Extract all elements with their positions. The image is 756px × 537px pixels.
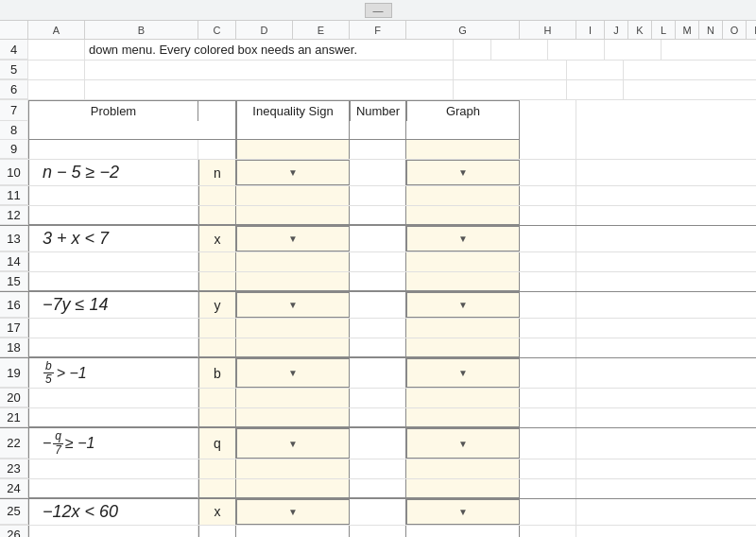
cell-def20 [236, 389, 350, 407]
header-problem: Problem [28, 100, 198, 121]
row-num-17: 17 [0, 319, 28, 338]
cell-f18 [350, 338, 406, 357]
row-13: 13 3 + x < 7 x ▼ ▼ [0, 226, 756, 252]
cell-f16 [350, 292, 406, 318]
row-num-13: 13 [0, 226, 28, 251]
row-num-5: 5 [0, 61, 28, 79]
cell-c23 [198, 459, 236, 478]
row-17: 17 [0, 319, 756, 338]
cell-b26 [28, 526, 198, 537]
cell-h9 [520, 140, 576, 159]
header-inequality: Inequality Sign [236, 100, 350, 121]
grid-body: 4 down menu. Every colored box needs an … [0, 40, 756, 537]
row-num-22: 22 [0, 428, 28, 458]
cell-f21 [350, 408, 406, 427]
cell-f24 [350, 479, 406, 498]
row-num-9: 9 [0, 140, 28, 159]
dropdown-arrow-ineq-2: ▼ [288, 234, 298, 244]
dropdown-ineq-6[interactable]: ▼ [236, 499, 350, 525]
dropdown-ineq-4[interactable]: ▼ [236, 358, 350, 388]
cell-b4: down menu. Every colored box needs an an… [85, 40, 454, 60]
cell-c21 [198, 408, 236, 427]
var-1: n [198, 160, 236, 185]
cell-b17 [28, 319, 198, 338]
cell-b9 [28, 140, 198, 159]
row-num-23: 23 [0, 459, 28, 478]
row-num-12: 12 [0, 206, 28, 225]
dropdown-ineq-2[interactable]: ▼ [236, 226, 350, 251]
col-header-m: M [676, 21, 699, 39]
dropdown-graph-1[interactable]: ▼ [406, 160, 520, 185]
dropdown-graph-6[interactable]: ▼ [406, 499, 520, 525]
row-15: 15 [0, 272, 756, 292]
dropdown-ineq-5[interactable]: ▼ [236, 428, 350, 458]
col-header-c: C [198, 21, 236, 39]
cell-f22 [350, 428, 406, 458]
cell-h26 [520, 526, 576, 537]
row-22: 22 − q 7 ≥ −1 q ▼ ▼ [0, 428, 756, 459]
var-6: x [198, 499, 236, 525]
cell-h19 [520, 358, 576, 388]
row-8: 8 [0, 121, 756, 140]
cell-g21 [406, 408, 520, 427]
cell-h6 [567, 80, 624, 99]
cell-h16 [520, 292, 576, 318]
cell-h11 [520, 186, 576, 205]
minimize-button[interactable]: — [365, 3, 392, 18]
col-header-e: E [293, 21, 350, 39]
cell-h25 [520, 499, 576, 525]
cell-g26 [406, 526, 520, 537]
cell-g15 [406, 272, 520, 291]
cell-c12 [198, 206, 236, 225]
cell-g8 [406, 121, 520, 140]
row-num-26: 26 [0, 526, 28, 537]
row-19: 19 b 5 > −1 b ▼ ▼ [0, 358, 756, 389]
dropdown-ineq-1[interactable]: ▼ [236, 160, 350, 185]
cell-g5 [454, 61, 567, 79]
row-num-24: 24 [0, 479, 28, 498]
cell-f23 [350, 459, 406, 478]
cell-h21 [520, 408, 576, 427]
cell-a6 [28, 80, 85, 99]
column-headers: A B C D E F G H I J K L M N O P Q [0, 21, 756, 40]
cell-c14 [198, 252, 236, 271]
dropdown-arrow-graph-5: ▼ [458, 439, 468, 449]
problem-2: 3 + x < 7 [28, 226, 198, 251]
cell-h23 [520, 459, 576, 478]
problem-1: n − 5 ≥ −2 [28, 160, 198, 185]
dropdown-graph-4[interactable]: ▼ [406, 358, 520, 388]
var-2: x [198, 226, 236, 251]
row-5: 5 [0, 61, 756, 80]
cell-h7 [520, 100, 576, 121]
cell-h15 [520, 272, 576, 291]
cell-c4 [454, 40, 491, 60]
cell-f15 [350, 272, 406, 291]
cell-f13 [350, 226, 406, 251]
cell-b15 [28, 272, 198, 291]
dropdown-arrow-graph-2: ▼ [458, 234, 468, 244]
cell-f8 [350, 121, 406, 140]
cell-g24 [406, 479, 520, 498]
row-num-15: 15 [0, 272, 28, 291]
cell-f26 [350, 526, 406, 537]
dropdown-graph-2[interactable]: ▼ [406, 226, 520, 251]
dropdown-graph-5[interactable]: ▼ [406, 428, 520, 458]
cell-def23 [236, 459, 350, 478]
row-num-19: 19 [0, 358, 28, 388]
row-num-8: 8 [0, 121, 28, 140]
col-header-l: L [652, 21, 676, 39]
dropdown-graph-3[interactable]: ▼ [406, 292, 520, 318]
row-num-11: 11 [0, 186, 28, 205]
row-10: 10 n − 5 ≥ −2 n ▼ ▼ [0, 160, 756, 186]
row-num-6: 6 [0, 80, 28, 99]
dropdown-ineq-3[interactable]: ▼ [236, 292, 350, 318]
corner-header [0, 21, 28, 39]
cell-def18 [236, 338, 350, 357]
col-header-d: D [236, 21, 293, 39]
cell-g4 [662, 40, 756, 60]
problem-4: b 5 > −1 [28, 358, 198, 388]
header-graph: Graph [406, 100, 520, 121]
row-12: 12 [0, 206, 756, 226]
col-header-o: O [723, 21, 747, 39]
row-25: 25 −12x < 60 x ▼ ▼ [0, 499, 756, 526]
